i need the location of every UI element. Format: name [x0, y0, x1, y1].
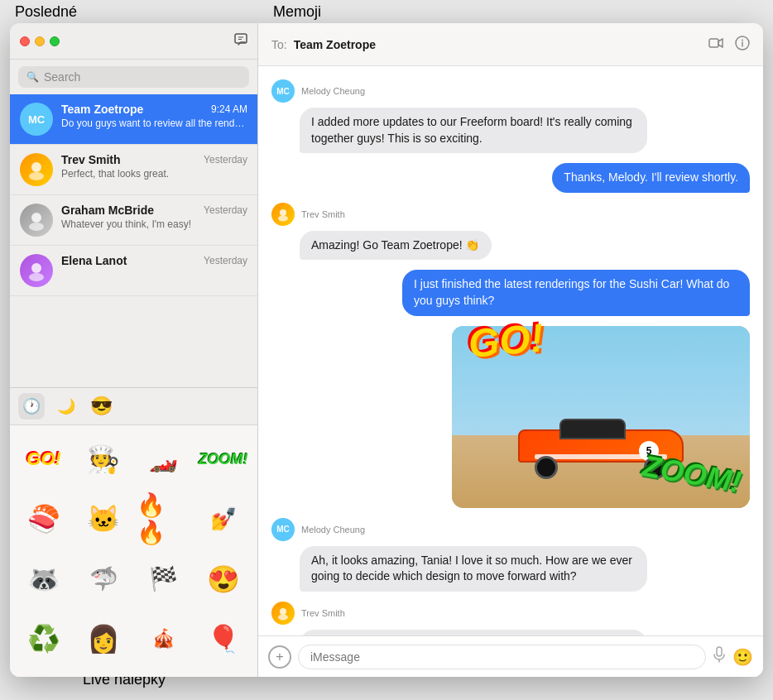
sticker-nails[interactable]: 💅: [196, 491, 251, 546]
sender-name: Trev Smith: [301, 608, 345, 618]
sticker-balloon[interactable]: 🎈: [196, 611, 251, 666]
sticker-memoji-person[interactable]: 🧑: [196, 671, 251, 677]
sticker-car[interactable]: 🚙: [137, 671, 191, 677]
app-window: 🔍 Search MC Team Zoetrope 9:24 AM Do you…: [10, 23, 763, 677]
compose-button[interactable]: [234, 33, 247, 50]
avatar: MC: [20, 103, 53, 136]
conv-time: Yesterday: [204, 255, 247, 266]
compose-plus-button[interactable]: +: [268, 645, 291, 669]
svg-point-13: [280, 209, 286, 216]
conv-item-elena-lanot[interactable]: Elena Lanot Yesterday: [10, 246, 257, 296]
svg-point-8: [29, 273, 44, 281]
sticker-tab-moon[interactable]: 🌙: [53, 393, 79, 420]
label-posledne: Posledné: [15, 3, 77, 21]
conv-item-graham-mcbride[interactable]: Graham McBride Yesterday Whatever you th…: [10, 195, 257, 246]
conv-info: Team Zoetrope 9:24 AM Do you guys want t…: [61, 103, 247, 129]
messages-container: MC Melody Cheung I added more updates to…: [258, 66, 763, 635]
conv-name: Team Zoetrope: [61, 103, 143, 116]
svg-point-6: [29, 223, 44, 231]
sticker-panel: 🕐 🌙 😎 GO! 🧑‍🍳 🏎️ ZOOM! 🍣 🐱: [10, 387, 257, 677]
sender-name: Trev Smith: [301, 209, 345, 219]
message-bubble: I just finished the latest renderings fo…: [402, 270, 750, 315]
conv-item-team-zoetrope[interactable]: MC Team Zoetrope 9:24 AM Do you guys wan…: [10, 94, 257, 145]
conversation-list: MC Team Zoetrope 9:24 AM Do you guys wan…: [10, 94, 257, 387]
close-button[interactable]: [20, 36, 30, 46]
sticker-fire[interactable]: 🔥🔥: [137, 491, 191, 546]
avatar: [20, 254, 53, 287]
search-input[interactable]: Search: [44, 70, 80, 84]
avatar: MC: [271, 79, 295, 103]
chat-recipient: Team Zoetrope: [294, 38, 376, 51]
sender-name: Melody Cheung: [301, 525, 365, 535]
sticker-cat[interactable]: 🐱: [76, 491, 131, 546]
message-bubble: Wow, Tania! I can really envision us tak…: [300, 630, 647, 635]
svg-point-4: [29, 172, 44, 180]
label-memoji: Memoji: [273, 3, 321, 21]
svg-point-3: [31, 162, 41, 172]
message-bubble: I added more updates to our Freeform boa…: [300, 108, 647, 153]
conv-name: Graham McBride: [61, 204, 154, 217]
message-group: I just finished the latest renderings fo…: [271, 270, 750, 315]
message-group: Trev Smith Amazing! Go Team Zoetrope! 👏: [271, 203, 750, 261]
sticker-heart-eyes[interactable]: 😍: [196, 552, 251, 607]
compose-area: + 🙂: [258, 635, 763, 677]
audio-icon[interactable]: [713, 646, 726, 667]
sticker-overlay-go: GO!: [467, 314, 545, 367]
info-icon[interactable]: [735, 36, 750, 54]
search-bar: 🔍 Search: [10, 60, 257, 94]
svg-point-12: [742, 39, 743, 41]
avatar: [271, 203, 295, 226]
sticker-person[interactable]: 👩: [76, 611, 131, 666]
search-icon: 🔍: [26, 71, 39, 83]
conv-time: Yesterday: [204, 154, 247, 165]
avatar: [271, 602, 295, 625]
search-input-wrap[interactable]: 🔍 Search: [18, 66, 249, 88]
sticker-recycle[interactable]: ♻️: [17, 611, 71, 666]
avatar: MC: [271, 518, 295, 541]
maximize-button[interactable]: [50, 36, 60, 46]
conv-item-trev-smith[interactable]: Trev Smith Yesterday Perfect, that looks…: [10, 145, 257, 195]
svg-point-5: [31, 213, 41, 223]
conv-name: Elena Lanot: [61, 254, 127, 267]
svg-point-14: [278, 215, 288, 221]
svg-point-16: [278, 614, 288, 620]
svg-point-7: [31, 263, 41, 273]
sticker-flag[interactable]: 🏁: [137, 552, 191, 607]
chat-header-actions: [708, 36, 750, 54]
sidebar: 🔍 Search MC Team Zoetrope 9:24 AM Do you…: [10, 23, 258, 677]
sender-name: Melody Cheung: [301, 86, 365, 96]
conv-info: Trev Smith Yesterday Perfect, that looks…: [61, 153, 247, 180]
emoji-icon[interactable]: 🙂: [732, 647, 753, 667]
sticker-tabs: 🕐 🌙 😎: [10, 388, 257, 425]
sticker-tab-recent[interactable]: 🕐: [18, 393, 45, 420]
to-label: To:: [271, 38, 287, 51]
svg-rect-9: [709, 39, 718, 47]
sticker-tab-memoji[interactable]: 😎: [88, 393, 114, 420]
traffic-lights: [20, 36, 60, 46]
sticker-go[interactable]: GO!: [17, 432, 71, 487]
conv-preview: Perfect, that looks great.: [61, 168, 247, 180]
sticker-foam-finger[interactable]: 🎪: [137, 611, 191, 666]
image-message: GO!: [452, 326, 750, 508]
message-group: GO!: [271, 326, 750, 508]
sticker-grid: GO! 🧑‍🍳 🏎️ ZOOM! 🍣 🐱 🔥🔥 💅: [10, 425, 257, 677]
sticker-boba[interactable]: 🧋: [76, 671, 131, 677]
avatar: [20, 153, 53, 186]
conv-time: 9:24 AM: [211, 103, 247, 115]
svg-rect-17: [717, 647, 722, 656]
conv-info: Graham McBride Yesterday Whatever you th…: [61, 204, 247, 230]
conv-name: Trev Smith: [61, 153, 121, 166]
sticker-tnt[interactable]: TNT!: [17, 671, 71, 677]
minimize-button[interactable]: [35, 36, 45, 46]
sticker-shark[interactable]: 🦈: [76, 552, 131, 607]
sticker-racecar[interactable]: 🏎️: [137, 432, 191, 487]
message-group: Trev Smith Wow, Tania! I can really envi…: [271, 602, 750, 635]
sticker-sushi[interactable]: 🍣: [17, 491, 71, 546]
compose-input[interactable]: [298, 645, 706, 669]
sticker-zoom[interactable]: ZOOM!: [196, 432, 251, 487]
message-group: Thanks, Melody. I'll review shortly.: [271, 163, 750, 193]
sticker-raccoon[interactable]: 🦝: [17, 552, 71, 607]
facetime-icon[interactable]: [708, 37, 723, 52]
sticker-chef[interactable]: 🧑‍🍳: [76, 432, 131, 487]
conv-time: Yesterday: [204, 204, 247, 216]
